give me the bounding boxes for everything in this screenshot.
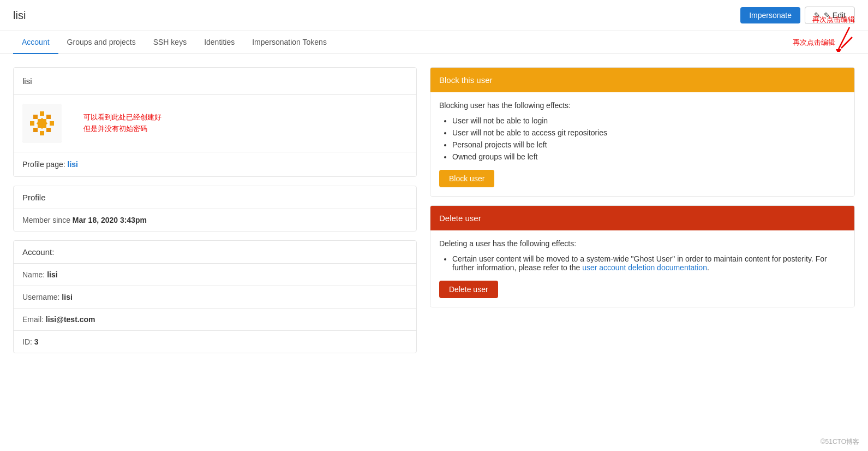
delete-card-header: Delete user [430, 206, 854, 230]
tabs-bar: Account Groups and projects SSH keys Ide… [0, 31, 868, 54]
member-since-value: Mar 18, 2020 3:43pm [73, 216, 147, 224]
id-row: ID: 3 [14, 331, 416, 353]
username-row: Username: lisi [14, 286, 416, 308]
block-effect-3: Personal projects will be left [452, 140, 846, 149]
delete-card-intro: Deleting a user has the following effect… [439, 239, 846, 248]
svg-rect-9 [40, 111, 44, 116]
avatar-svg [22, 104, 62, 143]
deletion-docs-link[interactable]: user account deletion documentation [582, 263, 707, 272]
email-row: Email: lisi@test.com [14, 308, 416, 331]
block-effects-list: User will not be able to login User will… [452, 116, 846, 161]
delete-effects-list: Certain user content will be moved to a … [452, 254, 846, 272]
username-value: lisi [62, 293, 72, 301]
tab-annotation-label: 再次点击编辑 [793, 38, 835, 48]
svg-rect-11 [33, 115, 38, 119]
tab-identities[interactable]: Identities [195, 31, 243, 54]
tab-ssh[interactable]: SSH keys [145, 31, 195, 54]
svg-rect-14 [46, 128, 51, 132]
tab-account[interactable]: Account [13, 31, 58, 54]
block-user-card: Block this user Blocking user has the fo… [430, 67, 855, 197]
svg-rect-10 [40, 131, 44, 135]
block-user-button[interactable]: Block user [439, 170, 494, 187]
delete-user-button[interactable]: Delete user [439, 281, 498, 298]
username-card: lisi [13, 67, 417, 177]
id-value: 3 [34, 337, 39, 346]
avatar [22, 104, 62, 143]
profile-section-header: Profile [14, 186, 416, 209]
page-title: lisi [13, 9, 26, 22]
profile-page-link[interactable]: lisi [68, 160, 78, 169]
block-effect-1: User will not be able to login [452, 116, 846, 125]
top-bar: lisi Impersonate ✎ ✎ Edit [0, 0, 868, 31]
avatar-row: 可以看到此处已经创建好 但是并没有初始密码 [14, 95, 416, 152]
right-panel: Block this user Blocking user has the fo… [430, 67, 855, 362]
block-card-header: Block this user [430, 68, 854, 92]
svg-rect-12 [46, 115, 51, 119]
profile-page-row: Profile page: lisi [14, 152, 416, 176]
page-content: lisi [0, 54, 868, 375]
account-card: Account: Name: lisi Username: lisi Email… [13, 240, 417, 353]
account-section-header: Account: [14, 241, 416, 264]
svg-rect-7 [30, 121, 34, 126]
tab-annotation-area: 再次点击编辑 [793, 34, 855, 51]
svg-rect-13 [33, 128, 38, 132]
left-panel: lisi [13, 67, 417, 362]
block-effect-2: User will not be able to access git repo… [452, 128, 846, 137]
tab-arrow-icon [839, 34, 855, 51]
svg-rect-8 [50, 121, 54, 126]
block-card-body: Blocking user has the following effects:… [430, 92, 854, 196]
email-value: lisi@test.com [46, 315, 95, 324]
delete-user-card: Delete user Deleting a user has the foll… [430, 205, 855, 307]
block-card-intro: Blocking user has the following effects: [439, 101, 846, 110]
username-header-row: lisi [14, 68, 416, 95]
tab-tokens[interactable]: Impersonation Tokens [243, 31, 336, 54]
block-effect-4: Owned groups will be left [452, 152, 846, 161]
profile-card: Profile Member since Mar 18, 2020 3:43pm [13, 186, 417, 232]
tab-groups[interactable]: Groups and projects [58, 31, 145, 54]
svg-line-2 [841, 37, 852, 48]
delete-card-body: Deleting a user has the following effect… [430, 230, 854, 307]
avatar-annotation: 可以看到此处已经创建好 但是并没有初始密码 [83, 112, 161, 135]
delete-effect-1: Certain user content will be moved to a … [452, 254, 846, 272]
member-since-row: Member since Mar 18, 2020 3:43pm [14, 209, 416, 231]
name-value: lisi [47, 270, 57, 279]
name-row: Name: lisi [14, 264, 416, 286]
impersonate-button[interactable]: Impersonate [740, 7, 800, 23]
